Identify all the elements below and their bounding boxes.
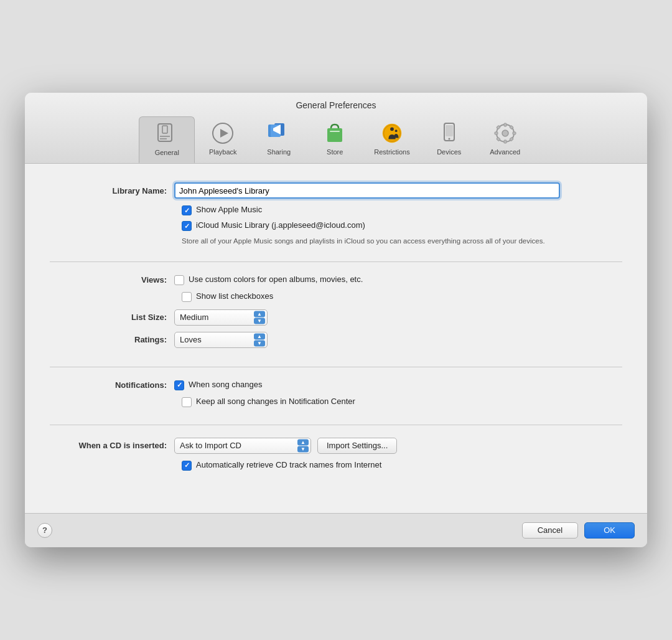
ratings-select-wrapper: Stars Loves ▲ ▼: [174, 332, 268, 348]
svg-rect-10: [327, 128, 342, 142]
help-button[interactable]: ?: [37, 523, 52, 538]
tab-sharing-label: Sharing: [267, 148, 291, 156]
custom-colors-label: Use custom colors for open albums, movie…: [189, 275, 363, 285]
show-checkboxes-label: Show list checkboxes: [196, 291, 273, 302]
auto-retrieve-row: Automatically retrieve CD track names fr…: [182, 460, 622, 471]
show-apple-music-label: Show Apple Music: [196, 205, 262, 215]
cancel-button[interactable]: Cancel: [522, 522, 578, 539]
auto-retrieve-checkbox[interactable]: [182, 461, 192, 471]
tab-advanced-label: Advanced: [490, 148, 520, 156]
svg-point-18: [448, 138, 450, 140]
notification-center-label: Keep all song changes in Notification Ce…: [196, 397, 355, 407]
cd-row: When a CD is inserted: Show CD Begin Pla…: [50, 438, 622, 454]
footer: ? Cancel OK: [25, 513, 647, 547]
tab-playback-label: Playback: [209, 148, 237, 156]
svg-point-15: [395, 130, 398, 133]
show-checkboxes-checkbox[interactable]: [182, 292, 192, 302]
tab-playback[interactable]: Playback: [195, 116, 251, 163]
window-title: General Preferences: [25, 100, 647, 110]
restrictions-icon: [380, 121, 404, 145]
svg-rect-17: [446, 125, 453, 136]
svg-point-20: [502, 130, 508, 136]
custom-colors-row: Views: Use custom colors for open albums…: [50, 275, 622, 285]
library-name-row: Library Name:: [50, 182, 622, 199]
library-name-input[interactable]: [174, 182, 560, 199]
library-name-label: Library Name:: [50, 186, 174, 195]
svg-rect-1: [162, 126, 167, 133]
notification-center-checkbox[interactable]: [182, 397, 192, 407]
tab-restrictions-label: Restrictions: [374, 148, 409, 156]
auto-retrieve-label: Automatically retrieve CD track names fr…: [196, 460, 381, 471]
tab-general[interactable]: General: [139, 116, 195, 163]
ratings-row: Ratings: Stars Loves ▲ ▼: [50, 332, 622, 348]
library-section: Library Name: Show Apple Music iCloud Mu…: [50, 182, 622, 261]
cd-select[interactable]: Show CD Begin Playing Ask to Import CD I…: [174, 438, 311, 454]
svg-rect-24: [513, 132, 516, 134]
svg-point-14: [390, 128, 394, 131]
title-bar: General Preferences General: [25, 93, 647, 164]
tab-bar: General Playback: [25, 116, 647, 163]
store-icon: [323, 121, 347, 145]
tab-devices-label: Devices: [437, 148, 461, 156]
show-apple-music-row: Show Apple Music: [182, 205, 622, 215]
tab-sharing[interactable]: Sharing: [251, 116, 307, 163]
general-icon: [155, 122, 179, 146]
preferences-window: General Preferences General: [25, 93, 647, 547]
svg-rect-22: [504, 140, 506, 143]
notifications-label: Notifications:: [50, 380, 174, 390]
notifications-section: Notifications: When song changes Keep al…: [50, 380, 622, 425]
advanced-icon: [493, 121, 517, 145]
playback-icon: [211, 121, 235, 145]
tab-store[interactable]: Store: [307, 116, 363, 163]
list-size-label: List Size:: [50, 313, 174, 322]
icloud-music-label: iCloud Music Library (j.appleseed@icloud…: [196, 220, 365, 231]
cd-label: When a CD is inserted:: [50, 441, 174, 450]
notification-center-row: Keep all song changes in Notification Ce…: [182, 397, 622, 407]
sharing-icon: [267, 121, 291, 145]
song-changes-checkbox[interactable]: [174, 380, 184, 390]
icloud-music-subtext: Store all of your Apple Music songs and …: [182, 236, 555, 246]
tab-advanced[interactable]: Advanced: [477, 116, 533, 163]
import-settings-button[interactable]: Import Settings...: [317, 438, 397, 454]
cd-select-wrapper: Show CD Begin Playing Ask to Import CD I…: [174, 438, 311, 454]
tab-restrictions[interactable]: Restrictions: [363, 116, 421, 163]
content-area: Library Name: Show Apple Music iCloud Mu…: [25, 164, 647, 512]
ratings-label: Ratings:: [50, 335, 174, 344]
devices-icon: [437, 121, 461, 145]
svg-rect-21: [504, 123, 506, 126]
views-label: Views:: [50, 275, 174, 285]
ratings-select[interactable]: Stars Loves: [174, 332, 268, 348]
cd-section: When a CD is inserted: Show CD Begin Pla…: [50, 438, 622, 488]
song-changes-row: Notifications: When song changes: [50, 380, 622, 390]
tab-store-label: Store: [327, 148, 343, 156]
svg-rect-11: [330, 131, 340, 132]
list-size-select[interactable]: Small Medium Large: [174, 309, 268, 326]
show-checkboxes-row: Show list checkboxes: [182, 291, 622, 302]
show-apple-music-checkbox[interactable]: [182, 205, 192, 215]
views-section: Views: Use custom colors for open albums…: [50, 275, 622, 367]
footer-buttons: Cancel OK: [522, 522, 635, 539]
tab-devices[interactable]: Devices: [421, 116, 477, 163]
tab-general-label: General: [155, 149, 179, 156]
list-size-row: List Size: Small Medium Large ▲ ▼: [50, 309, 622, 326]
song-changes-label: When song changes: [189, 380, 263, 390]
ok-button[interactable]: OK: [584, 522, 635, 539]
svg-marker-5: [220, 129, 228, 138]
list-size-select-wrapper: Small Medium Large ▲ ▼: [174, 309, 268, 326]
custom-colors-checkbox[interactable]: [174, 275, 184, 285]
icloud-music-row: iCloud Music Library (j.appleseed@icloud…: [182, 220, 622, 231]
icloud-music-checkbox[interactable]: [182, 221, 192, 231]
svg-rect-23: [495, 132, 498, 134]
